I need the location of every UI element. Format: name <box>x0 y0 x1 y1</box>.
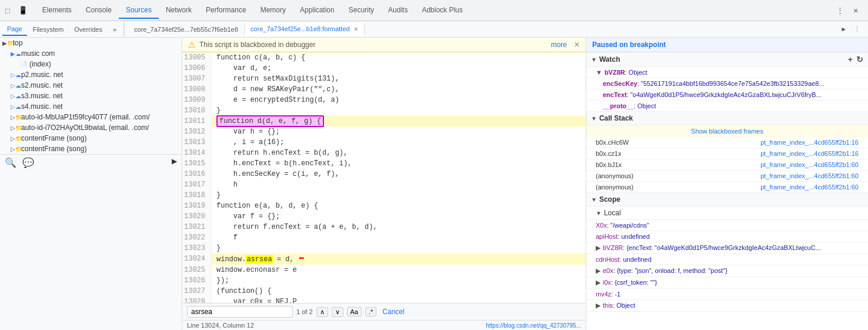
scope-local-title: Local <box>604 209 621 217</box>
code-line: 13018} <box>182 190 586 201</box>
tree-item-label: music com <box>21 49 55 58</box>
file-tab-close[interactable]: ✕ <box>353 26 358 32</box>
search-regex-btn[interactable]: .* <box>365 307 376 316</box>
line-number: 13010 <box>182 105 212 116</box>
tree-item-label: (index) <box>29 60 51 68</box>
scope-section-header[interactable]: ▼ Scope <box>586 193 868 206</box>
line-content: } <box>212 105 221 116</box>
top-tab-console[interactable]: Console <box>79 2 119 19</box>
tree-item[interactable]: ▷☁s2.music. net <box>0 80 182 91</box>
call-file-link[interactable]: pt_frame_index_...4cd655ff2b1:16 <box>760 150 859 157</box>
tree-item[interactable]: ▷📁contentFrame (song) <box>0 133 182 144</box>
code-line: 13014 return h.encText = b(d, g), <box>182 148 586 158</box>
call-stack-item[interactable]: (anonymous)pt_frame_index_...4cd655ff2b1… <box>586 182 868 193</box>
tree-item[interactable]: ▶☁music com <box>0 48 182 59</box>
search-case-btn[interactable]: Aa <box>347 307 362 316</box>
page-tab-page[interactable]: Page <box>2 23 27 36</box>
file-tab[interactable]: core_7a734ef25e...b1e8:formatted✕ <box>245 23 365 36</box>
tree-item-label: top <box>13 39 23 47</box>
code-line: 13017 h <box>182 179 586 190</box>
toolbar-icons-left: ⬚ 📱 <box>2 4 35 17</box>
tree-item[interactable]: ▶📁top <box>0 38 182 48</box>
line-content: var f = {}; <box>212 211 280 222</box>
top-tab-performance[interactable]: Performance <box>199 2 253 19</box>
top-tab-network[interactable]: Network <box>159 2 199 19</box>
code-editor[interactable]: 13005function c(a, b, c) {13006 var d, e… <box>182 52 586 303</box>
line-number: 13011 <box>182 116 212 126</box>
watch-child-item: encSecKey: "552617191ca4bbf16bd993654ce7… <box>586 78 868 89</box>
scope-items: X0x: "/weapi/cdns"apiHost: undefined▶bVZ… <box>586 220 868 312</box>
search-bottom-icon[interactable]: 🔍 <box>5 157 16 168</box>
call-stack-item[interactable]: b0x.cHc6Wpt_frame_index_...4cd655ff2b1:1… <box>586 137 868 148</box>
search-prev-btn[interactable]: ∧ <box>316 307 328 317</box>
call-file-link[interactable]: pt_frame_index_...4cd655ff2b1:60 <box>760 172 859 179</box>
search-input[interactable] <box>187 306 293 318</box>
call-stack-item[interactable]: b0x.cz1xpt_frame_index_...4cd655ff2b1:16 <box>586 148 868 159</box>
scope-local-header[interactable]: ▼ Local <box>586 206 868 220</box>
tree-item[interactable]: ▷📁contentFrame (song) <box>0 144 182 154</box>
watch-arrow-icon: ▼ <box>591 56 597 63</box>
top-tab-memory[interactable]: Memory <box>253 2 293 19</box>
chat-icon[interactable]: 💬 <box>22 157 34 168</box>
more-icon[interactable]: ⋮ <box>833 4 847 17</box>
call-file-link[interactable]: pt_frame_index_...4cd655ff2b1:16 <box>760 139 859 146</box>
tree-item[interactable]: ▷☁p2.music. net <box>0 69 182 80</box>
watch-refresh-btn[interactable]: ↻ <box>856 55 863 64</box>
scope-expand-icon[interactable]: ▶ <box>596 267 600 274</box>
line-content: return h.encText = b(d, g), <box>212 148 348 158</box>
code-line: 13025window.ecnonasr = e <box>182 265 586 275</box>
search-cancel-btn[interactable]: Cancel <box>382 308 404 316</box>
blackbox-close-btn[interactable]: ✕ <box>574 41 580 49</box>
scope-expand-icon[interactable]: ▶ <box>596 279 600 286</box>
top-tab-elements[interactable]: Elements <box>35 2 79 19</box>
tree-item[interactable]: ▷☁s4.music. net <box>0 101 182 112</box>
folder-icon: ▷📁 <box>11 146 20 152</box>
tree-item[interactable]: ▷📁auto-id-i7O2HAyOtL9bwiaL (email. .com/ <box>0 122 182 133</box>
top-tab-adblock-plus[interactable]: Adblock Plus <box>415 2 469 19</box>
show-blackboxed-link[interactable]: Show blackboxed frames <box>586 125 868 137</box>
expand-panel-icon[interactable]: ▶ <box>172 157 177 168</box>
code-line: 13015 h.encText = b(h.encText, i), <box>182 158 586 169</box>
scope-expand-icon[interactable]: ▶ <box>596 244 600 251</box>
more-files-icon[interactable]: ⋮ <box>851 24 863 35</box>
call-stack-section-header[interactable]: ▼ Call Stack <box>586 112 868 125</box>
tree-item[interactable]: 📄(index) <box>0 59 182 69</box>
watch-add-btn[interactable]: + <box>848 55 853 64</box>
scope-expand-icon[interactable]: ▶ <box>596 302 600 309</box>
blackbox-more-link[interactable]: more <box>551 41 567 49</box>
call-file-link[interactable]: pt_frame_index_...4cd655ff2b1:60 <box>760 184 859 191</box>
close-icon[interactable]: ✕ <box>850 4 861 17</box>
line-number: 13027 <box>182 286 212 296</box>
call-stack-item[interactable]: (anonymous)pt_frame_index_...4cd655ff2b1… <box>586 171 868 182</box>
code-line: 13013 , i = a(16); <box>182 137 586 148</box>
scope-item: X0x: "/weapi/cdns" <box>586 220 868 231</box>
tree-item[interactable]: ▷☁s3.music. net <box>0 91 182 101</box>
file-tab[interactable]: core_7a734ef25e...7eb55c7f6eb1e8 <box>128 24 245 35</box>
top-tab-audits[interactable]: Audits <box>381 2 415 19</box>
watch-expand-icon[interactable]: ▼ <box>596 69 602 76</box>
top-tab-sources[interactable]: Sources <box>119 2 159 19</box>
tree-item-label: auto-id-MbUaP1t59fcy40T7 (email. .com/ <box>21 113 150 121</box>
line-content: f <box>212 232 238 243</box>
top-tab-application[interactable]: Application <box>293 2 342 19</box>
page-tab-filesystem[interactable]: Filesystem <box>28 24 69 35</box>
watch-section-header[interactable]: ▼ Watch + ↻ <box>586 52 868 67</box>
call-file-link[interactable]: pt_frame_index_...4cd655ff2b1:60 <box>760 161 859 168</box>
inspect-icon[interactable]: ⬚ <box>2 4 13 17</box>
page-tab-»[interactable]: » <box>108 24 121 35</box>
top-tab-security[interactable]: Security <box>342 2 381 19</box>
main-area: ▶📁top▶☁music com📄(index)▷☁p2.music. net▷… <box>0 38 868 330</box>
page-tab-overrides[interactable]: Overrides <box>69 24 107 35</box>
line-content: h.encSecKey = c(i, e, f), <box>212 169 339 179</box>
line-content: (function() { <box>212 286 272 296</box>
search-next-btn[interactable]: ∨ <box>332 307 343 317</box>
tree-item[interactable]: ▷📁auto-id-MbUaP1t59fcy40T7 (email. .com/ <box>0 112 182 122</box>
mobile-icon[interactable]: 📱 <box>15 4 31 17</box>
line-number: 13026 <box>182 275 212 286</box>
call-stack-item[interactable]: b0x.bJ1xpt_frame_index_...4cd655ff2b1:60 <box>586 159 868 171</box>
line-content: window.asrsea = d,⬅ <box>212 254 304 265</box>
sync-icon[interactable]: ▶ <box>839 24 849 35</box>
line-content: var d, e; <box>212 63 272 74</box>
cloud-icon: ▷☁ <box>11 104 20 110</box>
watch-item[interactable]: ▼bVZ8R: Object <box>586 67 868 78</box>
